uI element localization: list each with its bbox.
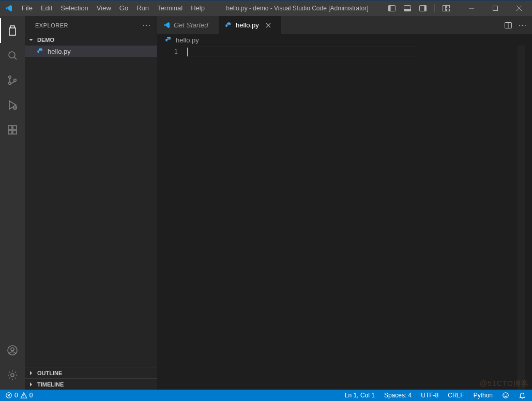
line-number-gutter: 1 [157,46,187,390]
status-eol[interactable]: CRLF [446,392,466,399]
window-title: hello.py - demo - Visual Studio Code [Ad… [209,5,386,12]
svg-rect-5 [424,6,427,11]
window-maximize-button[interactable] [483,1,507,16]
window-close-button[interactable] [507,1,531,16]
svg-point-25 [168,37,168,38]
svg-point-11 [9,76,11,79]
svg-point-22 [39,49,40,49]
svg-rect-7 [447,6,450,8]
status-problems[interactable]: 0 0 [3,392,35,399]
editor[interactable]: 1 [157,46,532,390]
svg-rect-17 [13,130,17,134]
svg-rect-1 [389,6,391,11]
chevron-down-icon [27,36,35,44]
svg-rect-16 [8,130,12,134]
svg-rect-9 [493,6,498,11]
line-number: 1 [157,47,178,56]
menu-help[interactable]: Help [187,1,209,16]
svg-point-12 [9,82,11,85]
split-editor-icon[interactable] [504,21,512,29]
breadcrumbs[interactable]: hello.py [157,34,532,46]
file-tree-item[interactable]: hello.py [25,46,157,57]
folder-root-label: DEMO [37,37,54,43]
activity-bar [0,16,25,390]
customize-layout-icon[interactable] [440,3,452,14]
window-minimize-button[interactable] [460,1,483,16]
tab-label: Get Started [174,21,208,29]
file-name: hello.py [48,48,71,55]
outline-label: OUTLINE [37,370,62,376]
menu-selection[interactable]: Selection [56,1,92,16]
breadcrumb-label: hello.py [176,36,199,44]
status-feedback-icon[interactable] [500,392,511,399]
editor-tab-actions: ··· [499,16,532,34]
python-file-icon [36,47,44,55]
file-explorer-tree: DEMO hello.py [25,34,157,366]
titlebar-separator [434,4,435,12]
error-count: 0 [14,392,18,399]
svg-point-23 [227,23,228,23]
svg-point-29 [505,394,505,395]
tab-label: hello.py [236,21,259,29]
sidebar: EXPLORER ··· DEMO hello.py O [25,16,157,390]
text-cursor [187,48,188,56]
vscode-app-icon [4,4,13,13]
titlebar-right-cluster [386,1,532,16]
svg-rect-6 [443,6,446,11]
editor-group: Get Started hello.py ··· [157,16,532,390]
tab-hello-py[interactable]: hello.py [219,16,281,34]
warning-icon [20,392,27,399]
activity-explorer[interactable] [0,18,25,43]
svg-point-27 [23,397,24,397]
toggle-primary-sidebar-icon[interactable] [386,3,398,14]
menu-edit[interactable]: Edit [37,1,56,16]
status-indentation[interactable]: Spaces: 4 [382,392,414,399]
toggle-panel-icon[interactable] [401,3,414,14]
code-area[interactable] [187,46,475,390]
editor-more-icon[interactable]: ··· [519,21,527,30]
activity-extensions[interactable] [0,117,25,142]
editor-tabs: Get Started hello.py [157,16,281,34]
chevron-right-icon [27,369,35,377]
chevron-right-icon [27,380,35,389]
timeline-label: TIMELINE [37,381,64,388]
minimap[interactable] [475,46,525,390]
activity-source-control[interactable] [0,68,25,93]
status-language-mode[interactable]: Python [472,392,495,399]
menu-view[interactable]: View [93,1,115,16]
main-area: EXPLORER ··· DEMO hello.py O [0,16,532,390]
svg-point-28 [503,393,509,398]
status-cursor-position[interactable]: Ln 1, Col 1 [343,392,377,399]
sidebar-more-icon[interactable]: ··· [143,21,151,29]
activity-settings[interactable] [0,363,25,388]
editor-tab-bar: Get Started hello.py ··· [157,16,532,34]
status-notifications-icon[interactable] [516,392,528,399]
menu-go[interactable]: Go [115,1,132,16]
tab-get-started[interactable]: Get Started [157,16,219,34]
activity-accounts[interactable] [0,338,25,363]
vertical-scrollbar[interactable] [525,46,532,390]
outline-section[interactable]: OUTLINE [25,367,157,378]
sidebar-header: EXPLORER ··· [25,16,157,34]
folder-root[interactable]: DEMO [25,34,157,46]
svg-point-20 [11,348,14,351]
sidebar-collapsed-sections: OUTLINE TIMELINE [25,366,157,390]
activity-search[interactable] [0,43,25,68]
titlebar: File Edit Selection View Go Run Terminal… [0,1,532,16]
warning-count: 0 [29,392,33,399]
svg-rect-8 [447,9,450,11]
timeline-section[interactable]: TIMELINE [25,378,157,390]
menu-terminal[interactable]: Terminal [153,1,187,16]
tab-close-icon[interactable] [265,22,271,28]
window-controls [460,1,531,16]
code-line[interactable] [187,47,475,56]
status-encoding[interactable]: UTF-8 [419,392,440,399]
svg-point-10 [9,52,15,58]
toggle-secondary-sidebar-icon[interactable] [417,3,429,14]
activity-run-debug[interactable] [0,93,25,117]
svg-rect-15 [8,126,12,129]
svg-rect-18 [13,126,17,129]
sidebar-title: EXPLORER [35,22,68,28]
menu-file[interactable]: File [18,1,37,16]
menu-run[interactable]: Run [132,1,153,16]
